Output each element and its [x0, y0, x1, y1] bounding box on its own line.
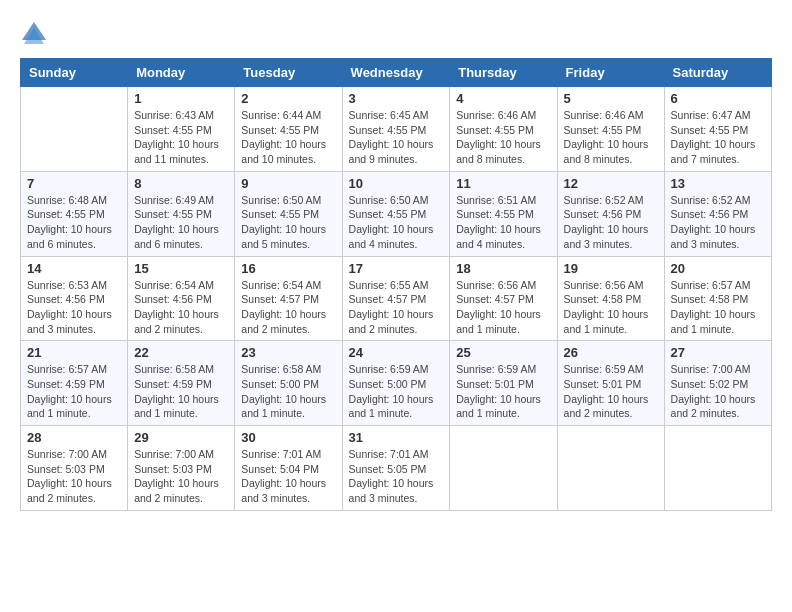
calendar-week-row: 21Sunrise: 6:57 AM Sunset: 4:59 PM Dayli…	[21, 341, 772, 426]
day-info: Sunrise: 6:52 AM Sunset: 4:56 PM Dayligh…	[671, 193, 765, 252]
calendar-cell	[664, 426, 771, 511]
day-info: Sunrise: 7:00 AM Sunset: 5:03 PM Dayligh…	[27, 447, 121, 506]
weekday-header: Tuesday	[235, 59, 342, 87]
day-info: Sunrise: 6:46 AM Sunset: 4:55 PM Dayligh…	[564, 108, 658, 167]
day-number: 7	[27, 176, 121, 191]
day-info: Sunrise: 6:51 AM Sunset: 4:55 PM Dayligh…	[456, 193, 550, 252]
day-number: 13	[671, 176, 765, 191]
day-number: 4	[456, 91, 550, 106]
calendar-cell: 30Sunrise: 7:01 AM Sunset: 5:04 PM Dayli…	[235, 426, 342, 511]
day-info: Sunrise: 6:57 AM Sunset: 4:59 PM Dayligh…	[27, 362, 121, 421]
day-number: 6	[671, 91, 765, 106]
calendar-cell: 8Sunrise: 6:49 AM Sunset: 4:55 PM Daylig…	[128, 171, 235, 256]
calendar-cell: 23Sunrise: 6:58 AM Sunset: 5:00 PM Dayli…	[235, 341, 342, 426]
calendar-cell: 12Sunrise: 6:52 AM Sunset: 4:56 PM Dayli…	[557, 171, 664, 256]
calendar-cell: 2Sunrise: 6:44 AM Sunset: 4:55 PM Daylig…	[235, 87, 342, 172]
calendar-cell: 26Sunrise: 6:59 AM Sunset: 5:01 PM Dayli…	[557, 341, 664, 426]
logo	[20, 20, 52, 48]
calendar-table: SundayMondayTuesdayWednesdayThursdayFrid…	[20, 58, 772, 511]
day-number: 11	[456, 176, 550, 191]
weekday-header: Wednesday	[342, 59, 450, 87]
day-info: Sunrise: 6:44 AM Sunset: 4:55 PM Dayligh…	[241, 108, 335, 167]
day-info: Sunrise: 6:53 AM Sunset: 4:56 PM Dayligh…	[27, 278, 121, 337]
day-info: Sunrise: 6:47 AM Sunset: 4:55 PM Dayligh…	[671, 108, 765, 167]
page-header	[20, 20, 772, 48]
weekday-header: Sunday	[21, 59, 128, 87]
calendar-cell: 21Sunrise: 6:57 AM Sunset: 4:59 PM Dayli…	[21, 341, 128, 426]
calendar-cell: 14Sunrise: 6:53 AM Sunset: 4:56 PM Dayli…	[21, 256, 128, 341]
calendar-week-row: 28Sunrise: 7:00 AM Sunset: 5:03 PM Dayli…	[21, 426, 772, 511]
day-info: Sunrise: 6:55 AM Sunset: 4:57 PM Dayligh…	[349, 278, 444, 337]
calendar-cell: 20Sunrise: 6:57 AM Sunset: 4:58 PM Dayli…	[664, 256, 771, 341]
calendar-cell: 18Sunrise: 6:56 AM Sunset: 4:57 PM Dayli…	[450, 256, 557, 341]
calendar-cell: 9Sunrise: 6:50 AM Sunset: 4:55 PM Daylig…	[235, 171, 342, 256]
day-number: 24	[349, 345, 444, 360]
calendar-cell: 27Sunrise: 7:00 AM Sunset: 5:02 PM Dayli…	[664, 341, 771, 426]
weekday-header: Thursday	[450, 59, 557, 87]
day-info: Sunrise: 6:57 AM Sunset: 4:58 PM Dayligh…	[671, 278, 765, 337]
calendar-cell: 11Sunrise: 6:51 AM Sunset: 4:55 PM Dayli…	[450, 171, 557, 256]
day-info: Sunrise: 6:54 AM Sunset: 4:57 PM Dayligh…	[241, 278, 335, 337]
calendar-cell: 10Sunrise: 6:50 AM Sunset: 4:55 PM Dayli…	[342, 171, 450, 256]
day-number: 15	[134, 261, 228, 276]
day-info: Sunrise: 6:49 AM Sunset: 4:55 PM Dayligh…	[134, 193, 228, 252]
day-number: 29	[134, 430, 228, 445]
day-info: Sunrise: 6:43 AM Sunset: 4:55 PM Dayligh…	[134, 108, 228, 167]
calendar-cell: 5Sunrise: 6:46 AM Sunset: 4:55 PM Daylig…	[557, 87, 664, 172]
day-info: Sunrise: 6:50 AM Sunset: 4:55 PM Dayligh…	[349, 193, 444, 252]
calendar-cell: 28Sunrise: 7:00 AM Sunset: 5:03 PM Dayli…	[21, 426, 128, 511]
day-number: 8	[134, 176, 228, 191]
day-info: Sunrise: 7:00 AM Sunset: 5:03 PM Dayligh…	[134, 447, 228, 506]
day-info: Sunrise: 6:50 AM Sunset: 4:55 PM Dayligh…	[241, 193, 335, 252]
calendar-cell: 19Sunrise: 6:56 AM Sunset: 4:58 PM Dayli…	[557, 256, 664, 341]
day-info: Sunrise: 6:48 AM Sunset: 4:55 PM Dayligh…	[27, 193, 121, 252]
day-info: Sunrise: 6:58 AM Sunset: 5:00 PM Dayligh…	[241, 362, 335, 421]
calendar-week-row: 7Sunrise: 6:48 AM Sunset: 4:55 PM Daylig…	[21, 171, 772, 256]
day-number: 19	[564, 261, 658, 276]
day-info: Sunrise: 6:45 AM Sunset: 4:55 PM Dayligh…	[349, 108, 444, 167]
calendar-week-row: 14Sunrise: 6:53 AM Sunset: 4:56 PM Dayli…	[21, 256, 772, 341]
day-number: 1	[134, 91, 228, 106]
day-number: 26	[564, 345, 658, 360]
calendar-cell	[450, 426, 557, 511]
day-number: 5	[564, 91, 658, 106]
calendar-cell: 17Sunrise: 6:55 AM Sunset: 4:57 PM Dayli…	[342, 256, 450, 341]
day-number: 23	[241, 345, 335, 360]
calendar-cell	[21, 87, 128, 172]
day-number: 10	[349, 176, 444, 191]
calendar-cell: 13Sunrise: 6:52 AM Sunset: 4:56 PM Dayli…	[664, 171, 771, 256]
calendar-cell: 15Sunrise: 6:54 AM Sunset: 4:56 PM Dayli…	[128, 256, 235, 341]
weekday-header: Saturday	[664, 59, 771, 87]
weekday-header: Monday	[128, 59, 235, 87]
weekday-header: Friday	[557, 59, 664, 87]
calendar-week-row: 1Sunrise: 6:43 AM Sunset: 4:55 PM Daylig…	[21, 87, 772, 172]
day-number: 21	[27, 345, 121, 360]
logo-icon	[20, 20, 48, 48]
calendar-cell: 4Sunrise: 6:46 AM Sunset: 4:55 PM Daylig…	[450, 87, 557, 172]
day-info: Sunrise: 7:01 AM Sunset: 5:05 PM Dayligh…	[349, 447, 444, 506]
day-info: Sunrise: 6:59 AM Sunset: 5:01 PM Dayligh…	[564, 362, 658, 421]
day-info: Sunrise: 6:56 AM Sunset: 4:57 PM Dayligh…	[456, 278, 550, 337]
day-info: Sunrise: 6:54 AM Sunset: 4:56 PM Dayligh…	[134, 278, 228, 337]
calendar-cell: 3Sunrise: 6:45 AM Sunset: 4:55 PM Daylig…	[342, 87, 450, 172]
day-info: Sunrise: 6:52 AM Sunset: 4:56 PM Dayligh…	[564, 193, 658, 252]
day-info: Sunrise: 7:00 AM Sunset: 5:02 PM Dayligh…	[671, 362, 765, 421]
calendar-cell: 16Sunrise: 6:54 AM Sunset: 4:57 PM Dayli…	[235, 256, 342, 341]
day-info: Sunrise: 6:46 AM Sunset: 4:55 PM Dayligh…	[456, 108, 550, 167]
day-info: Sunrise: 7:01 AM Sunset: 5:04 PM Dayligh…	[241, 447, 335, 506]
calendar-cell: 29Sunrise: 7:00 AM Sunset: 5:03 PM Dayli…	[128, 426, 235, 511]
day-number: 16	[241, 261, 335, 276]
day-number: 22	[134, 345, 228, 360]
calendar-cell: 6Sunrise: 6:47 AM Sunset: 4:55 PM Daylig…	[664, 87, 771, 172]
calendar-header-row: SundayMondayTuesdayWednesdayThursdayFrid…	[21, 59, 772, 87]
day-info: Sunrise: 6:56 AM Sunset: 4:58 PM Dayligh…	[564, 278, 658, 337]
calendar-cell: 24Sunrise: 6:59 AM Sunset: 5:00 PM Dayli…	[342, 341, 450, 426]
day-info: Sunrise: 6:58 AM Sunset: 4:59 PM Dayligh…	[134, 362, 228, 421]
calendar-cell: 31Sunrise: 7:01 AM Sunset: 5:05 PM Dayli…	[342, 426, 450, 511]
day-info: Sunrise: 6:59 AM Sunset: 5:00 PM Dayligh…	[349, 362, 444, 421]
day-number: 18	[456, 261, 550, 276]
day-number: 30	[241, 430, 335, 445]
day-number: 12	[564, 176, 658, 191]
day-number: 25	[456, 345, 550, 360]
day-number: 27	[671, 345, 765, 360]
